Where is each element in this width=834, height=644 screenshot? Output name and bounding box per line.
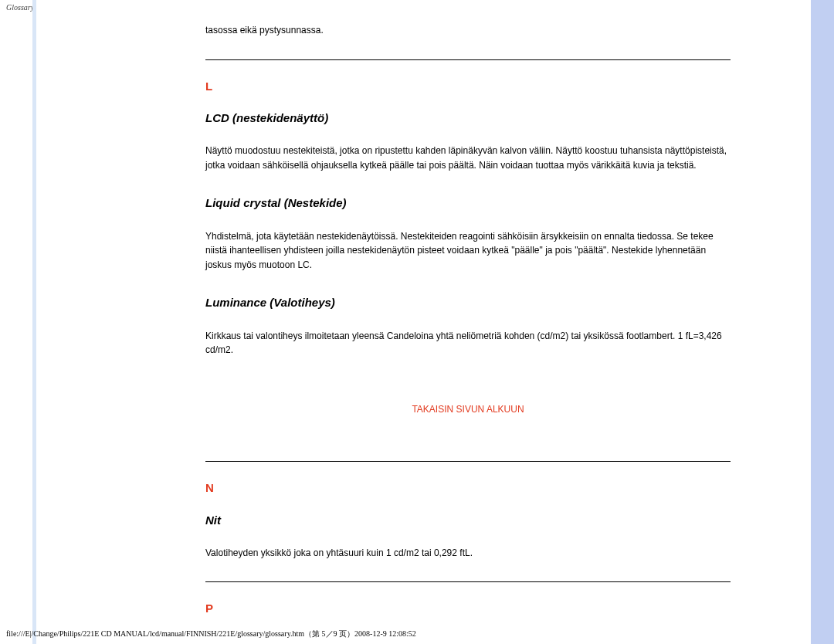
divider — [205, 581, 731, 582]
section-letter-p: P — [205, 599, 731, 617]
page-title: Glossary — [6, 3, 34, 12]
right-sidebar-bar — [811, 0, 834, 644]
definition-luminance: Kirkkaus tai valontiheys ilmoitetaan yle… — [205, 329, 731, 358]
definition-lcd: Näyttö muodostuu nestekiteistä, jotka on… — [205, 144, 731, 172]
definition-liquid-crystal: Yhdistelmä, jota käytetään nestekidenäyt… — [205, 229, 731, 273]
term-nit: Nit — [205, 511, 731, 529]
term-liquid-crystal: Liquid crystal (Nestekide) — [205, 194, 731, 212]
intro-fragment: tasossa eikä pystysunnassa. — [205, 23, 731, 38]
section-letter-n: N — [205, 479, 731, 497]
left-margin-bar — [32, 0, 36, 644]
divider — [205, 461, 731, 462]
footer-path: file:///E|/Change/Philips/221E CD MANUAL… — [6, 629, 416, 639]
main-content: tasossa eikä pystysunnassa. L LCD (neste… — [205, 0, 731, 632]
section-letter-l: L — [205, 77, 731, 95]
back-to-top-link[interactable]: TAKAISIN SIVUN ALKUUN — [412, 404, 524, 415]
divider — [205, 59, 731, 60]
back-to-top-link-wrap: TAKAISIN SIVUN ALKUUN — [205, 402, 731, 417]
term-lcd: LCD (nestekidenäyttö) — [205, 109, 731, 127]
term-luminance: Luminance (Valotiheys) — [205, 293, 731, 311]
definition-nit: Valotiheyden yksikkö joka on yhtäsuuri k… — [205, 546, 731, 561]
